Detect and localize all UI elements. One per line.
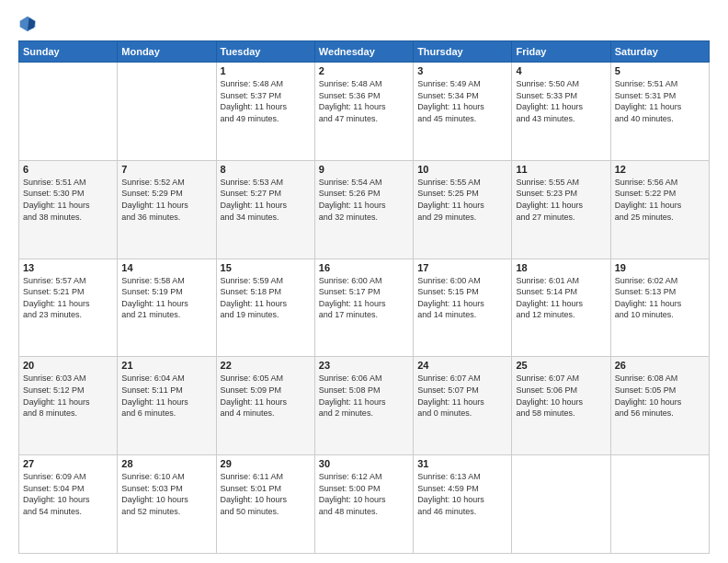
logo <box>18 15 40 33</box>
day-number: 16 <box>319 262 409 273</box>
day-info: Sunrise: 6:13 AM Sunset: 4:59 PM Dayligh… <box>417 471 507 517</box>
calendar-cell: 31Sunrise: 6:13 AM Sunset: 4:59 PM Dayli… <box>414 455 512 554</box>
calendar-cell: 20Sunrise: 6:03 AM Sunset: 5:12 PM Dayli… <box>19 357 118 455</box>
calendar-table: SundayMondayTuesdayWednesdayThursdayFrid… <box>18 40 710 554</box>
calendar-body: 1Sunrise: 5:48 AM Sunset: 5:37 PM Daylig… <box>19 63 710 554</box>
day-number: 28 <box>121 458 211 469</box>
calendar-cell: 15Sunrise: 5:59 AM Sunset: 5:18 PM Dayli… <box>216 259 314 357</box>
day-number: 25 <box>516 360 606 371</box>
day-info: Sunrise: 5:59 AM Sunset: 5:18 PM Dayligh… <box>221 275 311 321</box>
header-cell-thursday: Thursday <box>414 41 512 63</box>
calendar-cell <box>118 63 216 161</box>
day-info: Sunrise: 5:57 AM Sunset: 5:21 PM Dayligh… <box>23 275 113 321</box>
calendar-cell: 3Sunrise: 5:49 AM Sunset: 5:34 PM Daylig… <box>414 63 512 161</box>
day-info: Sunrise: 6:00 AM Sunset: 5:15 PM Dayligh… <box>417 275 507 321</box>
day-number: 26 <box>615 360 705 371</box>
calendar-cell: 1Sunrise: 5:48 AM Sunset: 5:37 PM Daylig… <box>216 63 314 161</box>
day-info: Sunrise: 5:51 AM Sunset: 5:31 PM Dayligh… <box>615 78 705 124</box>
day-info: Sunrise: 5:49 AM Sunset: 5:34 PM Dayligh… <box>417 78 507 124</box>
calendar-cell: 22Sunrise: 6:05 AM Sunset: 5:09 PM Dayli… <box>216 357 314 455</box>
day-info: Sunrise: 6:11 AM Sunset: 5:01 PM Dayligh… <box>221 471 311 517</box>
day-number: 29 <box>221 458 311 469</box>
day-number: 10 <box>417 164 507 175</box>
header <box>18 15 710 33</box>
calendar-week-2: 6Sunrise: 5:51 AM Sunset: 5:30 PM Daylig… <box>19 160 710 259</box>
calendar-cell: 14Sunrise: 5:58 AM Sunset: 5:19 PM Dayli… <box>118 259 216 357</box>
day-number: 18 <box>516 262 606 273</box>
day-number: 24 <box>417 360 507 371</box>
day-info: Sunrise: 6:12 AM Sunset: 5:00 PM Dayligh… <box>319 471 409 517</box>
day-info: Sunrise: 5:51 AM Sunset: 5:30 PM Dayligh… <box>23 177 113 223</box>
day-info: Sunrise: 6:09 AM Sunset: 5:04 PM Dayligh… <box>23 471 113 517</box>
day-info: Sunrise: 5:58 AM Sunset: 5:19 PM Dayligh… <box>121 275 211 321</box>
calendar-cell: 4Sunrise: 5:50 AM Sunset: 5:33 PM Daylig… <box>512 63 610 161</box>
calendar-cell: 29Sunrise: 6:11 AM Sunset: 5:01 PM Dayli… <box>216 455 314 554</box>
calendar-cell: 8Sunrise: 5:53 AM Sunset: 5:27 PM Daylig… <box>216 160 314 259</box>
calendar-cell: 6Sunrise: 5:51 AM Sunset: 5:30 PM Daylig… <box>19 160 118 259</box>
day-number: 22 <box>221 360 311 371</box>
day-number: 23 <box>319 360 409 371</box>
calendar-cell: 27Sunrise: 6:09 AM Sunset: 5:04 PM Dayli… <box>19 455 118 554</box>
day-number: 12 <box>615 164 705 175</box>
day-info: Sunrise: 5:50 AM Sunset: 5:33 PM Dayligh… <box>516 78 606 124</box>
day-number: 8 <box>221 164 311 175</box>
day-info: Sunrise: 6:02 AM Sunset: 5:13 PM Dayligh… <box>615 275 705 321</box>
day-number: 13 <box>23 262 113 273</box>
page: SundayMondayTuesdayWednesdayThursdayFrid… <box>0 0 728 563</box>
day-number: 20 <box>23 360 113 371</box>
day-number: 19 <box>615 262 705 273</box>
day-info: Sunrise: 5:53 AM Sunset: 5:27 PM Dayligh… <box>221 177 311 223</box>
header-cell-saturday: Saturday <box>610 41 709 63</box>
day-number: 2 <box>319 65 409 76</box>
calendar-cell: 21Sunrise: 6:04 AM Sunset: 5:11 PM Dayli… <box>118 357 216 455</box>
calendar-cell <box>512 455 610 554</box>
day-info: Sunrise: 5:55 AM Sunset: 5:23 PM Dayligh… <box>516 177 606 223</box>
calendar-cell: 16Sunrise: 6:00 AM Sunset: 5:17 PM Dayli… <box>314 259 413 357</box>
calendar-cell: 7Sunrise: 5:52 AM Sunset: 5:29 PM Daylig… <box>118 160 216 259</box>
calendar-cell: 26Sunrise: 6:08 AM Sunset: 5:05 PM Dayli… <box>610 357 709 455</box>
day-number: 4 <box>516 65 606 76</box>
day-info: Sunrise: 6:04 AM Sunset: 5:11 PM Dayligh… <box>121 373 211 419</box>
day-info: Sunrise: 5:56 AM Sunset: 5:22 PM Dayligh… <box>615 177 705 223</box>
calendar-cell: 24Sunrise: 6:07 AM Sunset: 5:07 PM Dayli… <box>414 357 512 455</box>
calendar-cell: 30Sunrise: 6:12 AM Sunset: 5:00 PM Dayli… <box>314 455 413 554</box>
calendar-cell: 11Sunrise: 5:55 AM Sunset: 5:23 PM Dayli… <box>512 160 610 259</box>
day-number: 31 <box>417 458 507 469</box>
day-info: Sunrise: 5:48 AM Sunset: 5:37 PM Dayligh… <box>221 78 311 124</box>
day-info: Sunrise: 6:01 AM Sunset: 5:14 PM Dayligh… <box>516 275 606 321</box>
header-cell-friday: Friday <box>512 41 610 63</box>
calendar-cell: 13Sunrise: 5:57 AM Sunset: 5:21 PM Dayli… <box>19 259 118 357</box>
calendar-cell: 17Sunrise: 6:00 AM Sunset: 5:15 PM Dayli… <box>414 259 512 357</box>
day-number: 5 <box>615 65 705 76</box>
day-number: 21 <box>121 360 211 371</box>
day-number: 3 <box>417 65 507 76</box>
day-info: Sunrise: 5:54 AM Sunset: 5:26 PM Dayligh… <box>319 177 409 223</box>
day-info: Sunrise: 6:07 AM Sunset: 5:06 PM Dayligh… <box>516 373 606 419</box>
calendar-cell: 18Sunrise: 6:01 AM Sunset: 5:14 PM Dayli… <box>512 259 610 357</box>
day-number: 27 <box>23 458 113 469</box>
header-cell-sunday: Sunday <box>19 41 118 63</box>
day-number: 7 <box>121 164 211 175</box>
calendar-week-3: 13Sunrise: 5:57 AM Sunset: 5:21 PM Dayli… <box>19 259 710 357</box>
day-info: Sunrise: 5:48 AM Sunset: 5:36 PM Dayligh… <box>319 78 409 124</box>
day-info: Sunrise: 5:52 AM Sunset: 5:29 PM Dayligh… <box>121 177 211 223</box>
calendar-cell: 23Sunrise: 6:06 AM Sunset: 5:08 PM Dayli… <box>314 357 413 455</box>
header-cell-tuesday: Tuesday <box>216 41 314 63</box>
day-info: Sunrise: 6:10 AM Sunset: 5:03 PM Dayligh… <box>121 471 211 517</box>
calendar-week-5: 27Sunrise: 6:09 AM Sunset: 5:04 PM Dayli… <box>19 455 710 554</box>
day-info: Sunrise: 6:05 AM Sunset: 5:09 PM Dayligh… <box>221 373 311 419</box>
calendar-cell: 25Sunrise: 6:07 AM Sunset: 5:06 PM Dayli… <box>512 357 610 455</box>
calendar-week-4: 20Sunrise: 6:03 AM Sunset: 5:12 PM Dayli… <box>19 357 710 455</box>
calendar-cell: 12Sunrise: 5:56 AM Sunset: 5:22 PM Dayli… <box>610 160 709 259</box>
calendar-cell: 9Sunrise: 5:54 AM Sunset: 5:26 PM Daylig… <box>314 160 413 259</box>
day-info: Sunrise: 6:03 AM Sunset: 5:12 PM Dayligh… <box>23 373 113 419</box>
header-cell-wednesday: Wednesday <box>314 41 413 63</box>
header-cell-monday: Monday <box>118 41 216 63</box>
day-info: Sunrise: 6:07 AM Sunset: 5:07 PM Dayligh… <box>417 373 507 419</box>
calendar-cell: 10Sunrise: 5:55 AM Sunset: 5:25 PM Dayli… <box>414 160 512 259</box>
day-number: 17 <box>417 262 507 273</box>
logo-icon <box>18 15 37 33</box>
day-number: 30 <box>319 458 409 469</box>
day-number: 11 <box>516 164 606 175</box>
day-info: Sunrise: 5:55 AM Sunset: 5:25 PM Dayligh… <box>417 177 507 223</box>
